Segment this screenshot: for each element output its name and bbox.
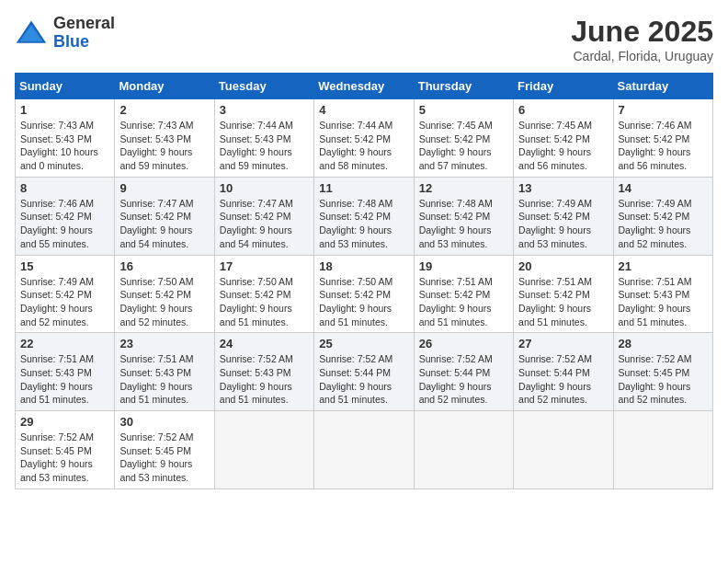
calendar-cell: 1Sunrise: 7:43 AMSunset: 5:43 PMDaylight… xyxy=(16,99,115,178)
calendar-cell: 29Sunrise: 7:52 AMSunset: 5:45 PMDayligh… xyxy=(16,411,115,489)
day-number: 22 xyxy=(20,337,109,350)
title-area: June 2025 Cardal, Florida, Uruguay xyxy=(571,15,713,63)
day-number: 6 xyxy=(518,103,608,117)
day-number: 21 xyxy=(619,259,708,273)
calendar-header-row: Sunday Monday Tuesday Wednesday Thursday… xyxy=(16,74,713,99)
calendar-cell: 15Sunrise: 7:49 AMSunset: 5:42 PMDayligh… xyxy=(16,255,115,333)
month-title: June 2025 xyxy=(571,15,713,49)
day-info: Sunrise: 7:52 AMSunset: 5:45 PMDaylight:… xyxy=(20,431,109,485)
calendar-cell: 17Sunrise: 7:50 AMSunset: 5:42 PMDayligh… xyxy=(214,255,313,333)
calendar-cell: 8Sunrise: 7:46 AMSunset: 5:42 PMDaylight… xyxy=(16,177,115,255)
calendar-cell: 6Sunrise: 7:45 AMSunset: 5:42 PMDaylight… xyxy=(514,99,613,178)
day-number: 15 xyxy=(20,259,109,273)
calendar-cell: 28Sunrise: 7:52 AMSunset: 5:45 PMDayligh… xyxy=(613,333,712,411)
logo-general: General xyxy=(53,15,115,33)
day-number: 3 xyxy=(220,103,309,117)
logo-text: General Blue xyxy=(53,15,115,52)
day-number: 20 xyxy=(518,259,608,273)
day-info: Sunrise: 7:52 AMSunset: 5:45 PMDaylight:… xyxy=(619,352,708,407)
calendar-cell xyxy=(514,411,613,489)
day-number: 17 xyxy=(220,259,309,273)
day-info: Sunrise: 7:48 AMSunset: 5:42 PMDaylight:… xyxy=(319,197,408,251)
calendar-cell xyxy=(214,411,313,489)
col-saturday: Saturday xyxy=(613,74,712,99)
day-number: 16 xyxy=(119,259,209,273)
day-number: 13 xyxy=(518,181,608,195)
calendar-cell: 19Sunrise: 7:51 AMSunset: 5:42 PMDayligh… xyxy=(414,255,513,333)
calendar-cell: 25Sunrise: 7:52 AMSunset: 5:44 PMDayligh… xyxy=(314,333,414,411)
day-info: Sunrise: 7:51 AMSunset: 5:42 PMDaylight:… xyxy=(518,275,608,329)
calendar-cell: 9Sunrise: 7:47 AMSunset: 5:42 PMDaylight… xyxy=(115,177,214,255)
calendar-cell: 5Sunrise: 7:45 AMSunset: 5:42 PMDaylight… xyxy=(414,99,513,178)
day-number: 24 xyxy=(220,337,309,350)
col-sunday: Sunday xyxy=(16,74,115,99)
day-number: 4 xyxy=(319,103,408,117)
day-info: Sunrise: 7:47 AMSunset: 5:42 PMDaylight:… xyxy=(220,197,309,251)
calendar-cell: 11Sunrise: 7:48 AMSunset: 5:42 PMDayligh… xyxy=(314,177,414,255)
day-info: Sunrise: 7:51 AMSunset: 5:42 PMDaylight:… xyxy=(419,275,508,329)
calendar-week-row: 22Sunrise: 7:51 AMSunset: 5:43 PMDayligh… xyxy=(16,333,713,411)
day-number: 10 xyxy=(220,181,309,195)
calendar-cell xyxy=(613,411,712,489)
calendar-cell: 10Sunrise: 7:47 AMSunset: 5:42 PMDayligh… xyxy=(214,177,313,255)
location: Cardal, Florida, Uruguay xyxy=(571,49,713,63)
calendar-cell: 18Sunrise: 7:50 AMSunset: 5:42 PMDayligh… xyxy=(314,255,414,333)
day-number: 2 xyxy=(119,103,209,117)
day-info: Sunrise: 7:46 AMSunset: 5:42 PMDaylight:… xyxy=(619,119,708,173)
day-number: 1 xyxy=(20,103,109,117)
day-info: Sunrise: 7:47 AMSunset: 5:42 PMDaylight:… xyxy=(119,197,209,251)
calendar-cell: 2Sunrise: 7:43 AMSunset: 5:43 PMDaylight… xyxy=(115,99,214,178)
calendar-cell: 13Sunrise: 7:49 AMSunset: 5:42 PMDayligh… xyxy=(514,177,613,255)
day-info: Sunrise: 7:52 AMSunset: 5:44 PMDaylight:… xyxy=(518,352,608,407)
day-number: 28 xyxy=(619,337,708,350)
day-number: 30 xyxy=(119,415,209,429)
day-info: Sunrise: 7:44 AMSunset: 5:43 PMDaylight:… xyxy=(220,119,309,173)
calendar-cell xyxy=(314,411,414,489)
calendar-cell: 20Sunrise: 7:51 AMSunset: 5:42 PMDayligh… xyxy=(514,255,613,333)
page-header: General Blue June 2025 Cardal, Florida, … xyxy=(15,15,713,63)
calendar: Sunday Monday Tuesday Wednesday Thursday… xyxy=(15,73,713,489)
day-info: Sunrise: 7:45 AMSunset: 5:42 PMDaylight:… xyxy=(518,119,608,173)
day-info: Sunrise: 7:52 AMSunset: 5:43 PMDaylight:… xyxy=(220,352,309,407)
day-info: Sunrise: 7:52 AMSunset: 5:44 PMDaylight:… xyxy=(419,352,508,407)
day-number: 7 xyxy=(619,103,708,117)
day-info: Sunrise: 7:46 AMSunset: 5:42 PMDaylight:… xyxy=(20,197,109,251)
day-number: 29 xyxy=(20,415,109,429)
calendar-cell: 26Sunrise: 7:52 AMSunset: 5:44 PMDayligh… xyxy=(414,333,513,411)
col-friday: Friday xyxy=(514,74,613,99)
day-number: 8 xyxy=(20,181,109,195)
calendar-cell: 27Sunrise: 7:52 AMSunset: 5:44 PMDayligh… xyxy=(514,333,613,411)
calendar-cell: 24Sunrise: 7:52 AMSunset: 5:43 PMDayligh… xyxy=(214,333,313,411)
calendar-week-row: 15Sunrise: 7:49 AMSunset: 5:42 PMDayligh… xyxy=(16,255,713,333)
calendar-cell: 4Sunrise: 7:44 AMSunset: 5:42 PMDaylight… xyxy=(314,99,414,178)
day-number: 14 xyxy=(619,181,708,195)
day-info: Sunrise: 7:51 AMSunset: 5:43 PMDaylight:… xyxy=(619,275,708,329)
day-number: 5 xyxy=(419,103,508,117)
calendar-cell: 7Sunrise: 7:46 AMSunset: 5:42 PMDaylight… xyxy=(613,99,712,178)
calendar-week-row: 29Sunrise: 7:52 AMSunset: 5:45 PMDayligh… xyxy=(16,411,713,489)
calendar-cell: 23Sunrise: 7:51 AMSunset: 5:43 PMDayligh… xyxy=(115,333,214,411)
day-info: Sunrise: 7:43 AMSunset: 5:43 PMDaylight:… xyxy=(20,119,109,173)
col-wednesday: Wednesday xyxy=(314,74,414,99)
day-number: 23 xyxy=(119,337,209,350)
col-thursday: Thursday xyxy=(414,74,513,99)
col-tuesday: Tuesday xyxy=(214,74,313,99)
calendar-cell: 30Sunrise: 7:52 AMSunset: 5:45 PMDayligh… xyxy=(115,411,214,489)
calendar-cell: 16Sunrise: 7:50 AMSunset: 5:42 PMDayligh… xyxy=(115,255,214,333)
day-number: 18 xyxy=(319,259,408,273)
calendar-cell: 14Sunrise: 7:49 AMSunset: 5:42 PMDayligh… xyxy=(613,177,712,255)
day-info: Sunrise: 7:50 AMSunset: 5:42 PMDaylight:… xyxy=(220,275,309,329)
calendar-week-row: 1Sunrise: 7:43 AMSunset: 5:43 PMDaylight… xyxy=(16,99,713,178)
day-info: Sunrise: 7:49 AMSunset: 5:42 PMDaylight:… xyxy=(619,197,708,251)
day-info: Sunrise: 7:49 AMSunset: 5:42 PMDaylight:… xyxy=(20,275,109,329)
logo-icon xyxy=(15,17,48,50)
logo: General Blue xyxy=(15,15,115,52)
day-info: Sunrise: 7:51 AMSunset: 5:43 PMDaylight:… xyxy=(119,352,209,407)
calendar-cell: 22Sunrise: 7:51 AMSunset: 5:43 PMDayligh… xyxy=(16,333,115,411)
day-info: Sunrise: 7:52 AMSunset: 5:44 PMDaylight:… xyxy=(319,352,408,407)
day-number: 27 xyxy=(518,337,608,350)
day-info: Sunrise: 7:49 AMSunset: 5:42 PMDaylight:… xyxy=(518,197,608,251)
day-number: 19 xyxy=(419,259,508,273)
calendar-cell: 3Sunrise: 7:44 AMSunset: 5:43 PMDaylight… xyxy=(214,99,313,178)
col-monday: Monday xyxy=(115,74,214,99)
